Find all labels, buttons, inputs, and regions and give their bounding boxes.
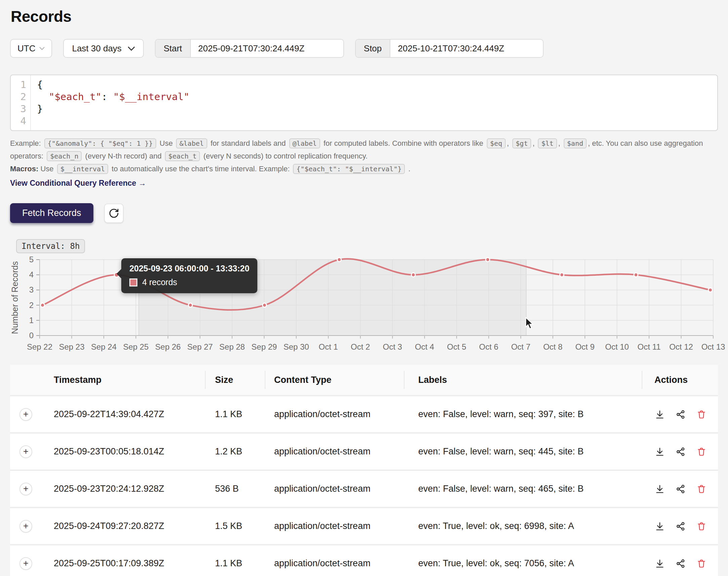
svg-text:0: 0 — [29, 331, 34, 340]
start-input[interactable] — [191, 40, 343, 57]
table-body: + 2025-09-22T14:39:04.427Z 1.1 KB applic… — [10, 395, 718, 576]
refresh-button[interactable] — [104, 204, 123, 223]
delete-button[interactable] — [696, 447, 707, 457]
cell-timestamp: 2025-09-24T09:27:20.827Z — [54, 521, 205, 531]
svg-text:Oct 5: Oct 5 — [447, 342, 466, 351]
plus-icon: + — [23, 559, 29, 568]
svg-text:3: 3 — [29, 285, 34, 294]
svg-text:Oct 6: Oct 6 — [479, 342, 498, 351]
records-chart[interactable]: Number of Records 012345Sep 22Sep 23Sep … — [10, 256, 718, 357]
svg-text:Oct 3: Oct 3 — [383, 342, 402, 351]
share-button[interactable] — [675, 521, 686, 532]
svg-text:Oct 9: Oct 9 — [575, 342, 594, 351]
expand-row-button[interactable]: + — [20, 557, 32, 570]
table-row: + 2025-09-24T09:27:20.827Z 1.5 KB applic… — [10, 507, 718, 544]
share-icon — [676, 447, 686, 457]
delete-button[interactable] — [696, 521, 707, 532]
cell-size: 1.5 KB — [205, 521, 265, 531]
svg-text:Oct 7: Oct 7 — [511, 342, 530, 351]
download-icon — [655, 409, 665, 420]
download-button[interactable] — [654, 558, 665, 569]
download-button[interactable] — [654, 447, 665, 457]
download-icon — [655, 484, 665, 494]
svg-text:1: 1 — [29, 316, 34, 325]
expand-row-button[interactable]: + — [20, 445, 32, 458]
actions-bar: Fetch Records — [10, 203, 718, 223]
editor-code: { "$each_t": "$__interval"} — [31, 75, 717, 130]
chevron-down-icon — [128, 46, 135, 51]
tooltip-title: 2025-09-23 06:00:00 - 13:33:20 — [129, 264, 249, 273]
series-swatch — [129, 279, 137, 287]
delete-button[interactable] — [696, 409, 707, 420]
download-icon — [655, 558, 665, 569]
timezone-value: UTC — [18, 43, 35, 54]
trash-icon — [696, 447, 706, 457]
toolbar: UTC Last 30 days Start Stop — [10, 39, 718, 58]
svg-text:4: 4 — [29, 270, 34, 279]
svg-text:Sep 26: Sep 26 — [155, 342, 181, 351]
expand-row-button[interactable]: + — [20, 483, 32, 495]
date-range-value: Last 30 days — [72, 43, 121, 54]
header-content-type: Content Type — [265, 365, 404, 395]
share-button[interactable] — [675, 484, 686, 494]
svg-text:2: 2 — [29, 300, 34, 310]
cell-labels: even: True, level: ok, seq: 7056, site: … — [404, 558, 642, 569]
svg-text:Sep 27: Sep 27 — [187, 342, 213, 351]
cell-content-type: application/octet-stream — [265, 558, 404, 569]
plus-icon: + — [23, 522, 29, 531]
plus-icon: + — [23, 410, 29, 419]
interval-badge: Interval: 8h — [16, 239, 85, 253]
query-editor[interactable]: 1234 { "$each_t": "$__interval"} — [10, 75, 718, 131]
timezone-select[interactable]: UTC — [10, 39, 52, 58]
cell-labels: even: False, level: warn, seq: 445, site… — [404, 447, 642, 457]
stop-input[interactable] — [390, 40, 543, 57]
table-row: + 2025-09-23T00:05:18.014Z 1.2 KB applic… — [10, 432, 718, 469]
svg-text:5: 5 — [29, 255, 34, 264]
svg-text:Oct 8: Oct 8 — [543, 342, 562, 351]
delete-button[interactable] — [696, 484, 707, 494]
delete-button[interactable] — [696, 558, 707, 569]
records-page: Records UTC Last 30 days Start Stop 1234… — [0, 0, 728, 576]
share-button[interactable] — [675, 447, 686, 457]
fetch-records-button[interactable]: Fetch Records — [10, 203, 93, 223]
expand-row-button[interactable]: + — [20, 520, 32, 533]
share-button[interactable] — [675, 409, 686, 420]
chevron-down-icon — [39, 47, 45, 50]
download-icon — [655, 521, 665, 531]
expand-row-button[interactable]: + — [20, 408, 32, 421]
refresh-icon — [109, 208, 119, 219]
plus-icon: + — [23, 484, 29, 493]
svg-text:Sep 29: Sep 29 — [251, 342, 277, 351]
editor-gutter: 1234 — [11, 75, 31, 130]
cell-size: 1.2 KB — [205, 447, 265, 457]
header-expand — [10, 365, 54, 395]
download-icon — [655, 447, 665, 457]
share-icon — [676, 409, 686, 420]
cell-timestamp: 2025-09-22T14:39:04.427Z — [54, 409, 205, 420]
records-chart-svg[interactable]: 012345Sep 22Sep 23Sep 24Sep 25Sep 26Sep … — [10, 256, 718, 357]
trash-icon — [696, 521, 706, 531]
download-button[interactable] — [654, 409, 665, 420]
help-line-2: Macros: Use $__interval to automatically… — [10, 163, 717, 175]
download-button[interactable] — [654, 521, 665, 532]
date-range-select[interactable]: Last 30 days — [63, 39, 143, 58]
cell-timestamp: 2025-09-23T20:24:12.928Z — [54, 484, 205, 494]
svg-text:Sep 28: Sep 28 — [219, 342, 245, 351]
stop-field: Stop — [355, 39, 544, 58]
query-reference-link[interactable]: View Conditional Query Reference → — [10, 179, 146, 188]
svg-text:Oct 11: Oct 11 — [638, 342, 661, 351]
cell-timestamp: 2025-09-25T00:17:09.389Z — [54, 558, 205, 569]
cell-content-type: application/octet-stream — [265, 484, 404, 494]
chart-tooltip: 2025-09-23 06:00:00 - 13:33:20 4 records — [121, 258, 257, 293]
download-button[interactable] — [654, 484, 665, 494]
trash-icon — [696, 484, 706, 494]
start-field: Start — [155, 39, 344, 58]
svg-text:Oct 4: Oct 4 — [415, 342, 434, 351]
cell-content-type: application/octet-stream — [265, 521, 404, 531]
svg-text:Oct 1: Oct 1 — [319, 342, 338, 351]
page-title: Records — [11, 7, 718, 26]
records-table: Timestamp Size Content Type Labels Actio… — [10, 365, 718, 576]
share-button[interactable] — [675, 558, 686, 569]
share-icon — [676, 521, 686, 531]
cell-labels: even: True, level: ok, seq: 6998, site: … — [404, 521, 642, 531]
